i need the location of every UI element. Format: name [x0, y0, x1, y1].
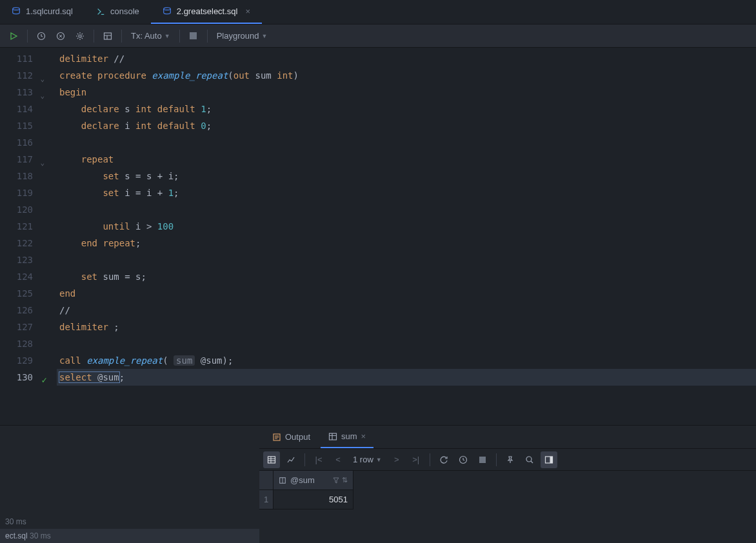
result-toolbar: |< < 1 row ▼ > >| [259, 449, 756, 471]
bottom-panel: 30 ms ect.sql 30 ms Output sum × [0, 425, 756, 543]
tab-sqlcurd[interactable]: 1.sqlcurd.sql [0, 0, 85, 24]
tab-label: console [110, 6, 139, 16]
panel-icon [544, 455, 553, 464]
playground-select[interactable]: Playground ▼ [213, 31, 272, 41]
sum-tab-label: sum [341, 431, 357, 441]
tab-label: 2.greatselect.sql [177, 6, 238, 16]
filter-sort-icons[interactable]: ⇅ [333, 476, 348, 484]
svg-rect-5 [104, 33, 112, 39]
filter-icon [333, 477, 339, 484]
play-icon [9, 32, 18, 41]
rollback-button[interactable] [52, 28, 69, 44]
first-page-button[interactable]: |< [310, 451, 327, 468]
grid-icon [267, 455, 276, 464]
chevron-down-icon: ▼ [261, 33, 267, 39]
svg-point-10 [526, 457, 532, 462]
tab-console[interactable]: console [85, 0, 151, 24]
column-name: @sum [290, 475, 315, 485]
prev-page-button[interactable]: < [330, 451, 346, 468]
svg-point-4 [79, 35, 81, 37]
pin-icon [506, 455, 515, 464]
stop-icon [479, 457, 486, 463]
history-button[interactable] [33, 28, 50, 44]
tx-label: Tx: Auto [131, 31, 162, 41]
pin-button[interactable] [502, 451, 519, 468]
separator [304, 453, 305, 466]
separator [179, 30, 180, 43]
separator [94, 30, 94, 43]
svg-rect-7 [330, 433, 337, 440]
clock-icon [37, 32, 46, 41]
result-tabs: Output sum × [259, 426, 756, 449]
grid-header: @sum ⇅ [259, 471, 756, 490]
clock-icon [459, 455, 468, 464]
services-panel: 30 ms ect.sql 30 ms [0, 426, 259, 543]
reload-icon [439, 455, 448, 464]
separator [207, 30, 208, 43]
grid-view-button[interactable] [263, 451, 280, 468]
svg-point-1 [164, 7, 171, 10]
result-panel: Output sum × |< < 1 row [259, 426, 756, 543]
chevron-down-icon: ▼ [164, 33, 170, 39]
status-time: 30 ms [0, 515, 259, 529]
svg-rect-12 [550, 457, 552, 463]
grid-column-header[interactable]: @sum ⇅ [274, 471, 353, 490]
next-page-button[interactable]: > [388, 451, 405, 468]
settings-button[interactable] [72, 28, 88, 44]
stop-result-button[interactable] [474, 451, 491, 468]
code-area[interactable]: delimiter //create procedure example_rep… [57, 48, 756, 425]
column-icon [279, 477, 286, 484]
sum-tab[interactable]: sum × [321, 426, 373, 448]
result-grid: @sum ⇅ 1 5051 [259, 471, 756, 509]
rollback-icon [56, 32, 65, 41]
separator [430, 453, 430, 466]
database-icon [163, 7, 172, 16]
last-page-button[interactable]: >| [408, 451, 424, 468]
status-file: ect.sql 30 ms [0, 529, 259, 543]
run-button[interactable] [5, 28, 22, 44]
grid-corner [259, 471, 274, 490]
line-gutter: 111112⌄113⌄114115116117⌄1181191201211221… [0, 48, 57, 425]
separator [27, 30, 28, 43]
output-icon [272, 433, 281, 442]
cell-value[interactable]: 5051 [274, 490, 353, 509]
tx-mode-select[interactable]: Tx: Auto ▼ [127, 31, 174, 41]
output-tab-label: Output [285, 432, 310, 442]
close-icon[interactable]: × [245, 6, 250, 16]
grid-row[interactable]: 1 5051 [259, 490, 756, 509]
table-icon [328, 432, 337, 441]
search-button[interactable] [521, 451, 538, 468]
stop-icon [190, 32, 197, 39]
svg-point-0 [13, 7, 20, 10]
reload-button[interactable] [435, 451, 452, 468]
gear-icon [75, 32, 85, 41]
row-index: 1 [259, 490, 274, 509]
chart-view-button[interactable] [283, 451, 299, 468]
search-icon [525, 455, 534, 464]
editor-toolbar: Tx: Auto ▼ Playground ▼ [0, 25, 756, 48]
separator [496, 453, 497, 466]
svg-rect-8 [268, 457, 275, 463]
close-icon[interactable]: × [361, 431, 366, 441]
separator [121, 30, 122, 43]
tab-greatselect[interactable]: 2.greatselect.sql × [151, 0, 262, 24]
output-tab[interactable]: Output [264, 426, 318, 448]
duration-button[interactable] [455, 451, 472, 468]
chevron-down-icon: ▼ [376, 457, 382, 463]
playground-label: Playground [217, 31, 259, 41]
chart-icon [286, 455, 295, 464]
console-icon [96, 7, 105, 16]
code-editor[interactable]: 111112⌄113⌄114115116117⌄1181191201211221… [0, 48, 756, 425]
file-tabs: 1.sqlcurd.sql console 2.greatselect.sql … [0, 0, 756, 25]
panel-button[interactable] [541, 451, 557, 468]
layout-button[interactable] [99, 28, 116, 44]
stop-button[interactable] [185, 28, 202, 44]
database-icon [12, 7, 21, 16]
layout-icon [103, 32, 112, 41]
rows-count[interactable]: 1 row ▼ [349, 455, 386, 464]
tab-label: 1.sqlcurd.sql [26, 6, 73, 16]
